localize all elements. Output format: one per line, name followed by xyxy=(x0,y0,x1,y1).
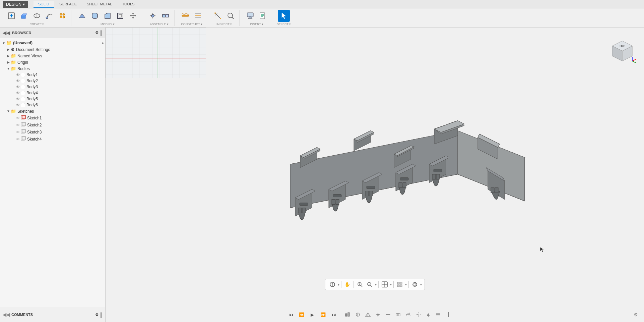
offset-plane-btn[interactable] xyxy=(179,10,191,22)
zoom-ext-btn[interactable] xyxy=(365,280,374,289)
select-label[interactable]: SELECT ▾ xyxy=(277,22,291,26)
zoom-btn[interactable] xyxy=(356,280,364,289)
tree-item-body2[interactable]: 👁 Body2 xyxy=(0,78,105,84)
display-mode-btn[interactable] xyxy=(380,280,389,289)
select-arrow: ▾ xyxy=(289,22,291,26)
tree-item-body3[interactable]: 👁 Body3 xyxy=(0,84,105,90)
inspect-label[interactable]: INSPECT ▾ xyxy=(216,22,232,26)
tree-item-root[interactable]: ▼ 📁 (Unsaved) ● xyxy=(0,40,105,46)
tree-item-sketches[interactable]: ▼ 📁 Sketches xyxy=(0,108,105,114)
orbit-arrow[interactable]: ▾ xyxy=(338,283,339,286)
create-label[interactable]: CREATE ▾ xyxy=(30,22,44,26)
svg-rect-135 xyxy=(397,285,399,287)
tl-cursor[interactable]: | xyxy=(444,310,453,319)
svg-marker-48 xyxy=(282,13,286,19)
insert-svg-btn[interactable] xyxy=(257,10,269,22)
sketch1-vis-icon: 👁 xyxy=(16,116,20,120)
grid-btn[interactable] xyxy=(395,280,404,289)
root-label: (Unsaved) xyxy=(13,41,102,45)
create-arrow: ▾ xyxy=(42,22,44,26)
construct-label[interactable]: CONSTRUCT ▾ xyxy=(181,22,202,26)
tl-btn7[interactable] xyxy=(404,310,412,319)
settings-gear-btn[interactable]: ⚙ xyxy=(634,312,638,317)
extrude-btn[interactable] xyxy=(18,10,30,22)
view-cube[interactable]: TOP xyxy=(607,34,634,61)
tl-btn10[interactable] xyxy=(434,310,443,319)
insert-mesh-btn[interactable] xyxy=(244,10,256,22)
skip-end-btn[interactable]: ⏭ xyxy=(329,310,338,319)
measure-btn[interactable] xyxy=(212,10,224,22)
play-btn[interactable]: ▶ xyxy=(308,310,317,319)
browser-title: BROWSER xyxy=(12,31,31,35)
shell-btn[interactable] xyxy=(114,10,126,22)
select-btn[interactable] xyxy=(278,10,290,22)
browser-collapse-btn[interactable]: ◀◀ xyxy=(3,30,10,36)
tree-item-body1[interactable]: 👁 Body1 xyxy=(0,72,105,78)
midplane-btn[interactable] xyxy=(192,10,204,22)
tl-btn4[interactable] xyxy=(374,310,382,319)
tab-sheet-metal[interactable]: SHEET METAL xyxy=(82,1,117,8)
modify-label[interactable]: MODIFY ▾ xyxy=(101,22,115,26)
fillet-btn[interactable] xyxy=(89,10,101,22)
tree-item-sketch2[interactable]: 👁 Sketch2 xyxy=(0,121,105,128)
tl-btn3[interactable] xyxy=(364,310,372,319)
tree-item-sketch4[interactable]: 👁 Sketch4 xyxy=(0,136,105,143)
step-forward-btn[interactable]: ⏩ xyxy=(319,310,327,319)
tab-solid[interactable]: SOLID xyxy=(34,1,54,8)
pattern-btn[interactable] xyxy=(56,10,68,22)
tree-item-sketch1[interactable]: 👁 Sketch1 xyxy=(0,114,105,121)
tab-surface[interactable]: SURFACE xyxy=(55,1,81,8)
assemble-label[interactable]: ASSEMBLE ▾ xyxy=(150,22,169,26)
new-sketch-btn[interactable] xyxy=(5,10,17,22)
press-pull-btn[interactable] xyxy=(76,10,88,22)
comments-resize-btn[interactable]: ‖ xyxy=(100,312,103,318)
revolve-btn[interactable] xyxy=(31,10,43,22)
svg-marker-12 xyxy=(79,14,85,18)
skip-start-btn[interactable]: ⏮ xyxy=(286,310,295,319)
joint-btn[interactable] xyxy=(147,10,159,22)
section-analysis-btn[interactable] xyxy=(224,10,237,22)
tree-item-origin[interactable]: ▶ 📁 Origin xyxy=(0,59,105,65)
viewport[interactable]: TOP ▾ ✋ xyxy=(106,28,644,307)
body2-vis-icon: 👁 xyxy=(16,79,20,83)
as-built-btn[interactable] xyxy=(159,10,172,22)
tree-item-doc-settings[interactable]: ▶ ⚙ Document Settings xyxy=(0,46,105,53)
zoom-arrow[interactable]: ▾ xyxy=(375,283,377,286)
sweep-btn[interactable] xyxy=(44,10,56,22)
tl-btn5[interactable] xyxy=(384,310,392,319)
tree-item-body5[interactable]: 👁 Body5 xyxy=(0,96,105,102)
sketch1-sketch-icon xyxy=(21,115,26,121)
tree-item-body4[interactable]: 👁 Body4 xyxy=(0,90,105,96)
browser-settings-btn[interactable]: ⚙ xyxy=(95,31,99,35)
tl-btn1[interactable] xyxy=(343,310,352,319)
design-dropdown[interactable]: DESIGN ▾ xyxy=(3,1,28,8)
step-back-btn[interactable]: ⏪ xyxy=(297,310,306,319)
inspect-buttons xyxy=(212,10,237,22)
tl-btn6[interactable] xyxy=(394,310,402,319)
view-options-arrow[interactable]: ▾ xyxy=(420,283,422,286)
inspect-label-text: INSPECT xyxy=(216,22,230,26)
view-options-btn[interactable] xyxy=(410,280,419,289)
tree-item-sketch3[interactable]: 👁 Sketch3 xyxy=(0,128,105,136)
move-btn[interactable] xyxy=(127,10,139,22)
sketch1-label: Sketch1 xyxy=(27,116,42,120)
tree-item-named-views[interactable]: ▶ 📁 Named Views xyxy=(0,53,105,59)
tl-btn8[interactable] xyxy=(414,310,423,319)
tl-btn9[interactable] xyxy=(424,310,433,319)
svg-rect-30 xyxy=(182,15,189,16)
insert-label[interactable]: INSERT ▾ xyxy=(250,22,263,26)
comments-settings-btn[interactable]: ⚙ xyxy=(95,313,99,317)
pan-btn[interactable]: ✋ xyxy=(343,280,352,289)
tree-item-body6[interactable]: 👁 Body6 xyxy=(0,102,105,108)
tab-tools[interactable]: TOOLS xyxy=(117,1,139,8)
display-arrow[interactable]: ▾ xyxy=(390,283,392,286)
browser-resize-btn[interactable]: ‖ xyxy=(100,30,103,36)
svg-point-152 xyxy=(386,314,388,315)
chamfer-btn[interactable] xyxy=(102,10,114,22)
tree-item-bodies[interactable]: ▼ 📁 Bodies xyxy=(0,65,105,72)
comments-collapse-btn[interactable]: ◀◀ xyxy=(3,312,10,317)
tl-btn2[interactable] xyxy=(353,310,362,319)
grid-arrow[interactable]: ▾ xyxy=(405,283,407,286)
svg-rect-140 xyxy=(345,314,347,316)
orbit-btn[interactable] xyxy=(328,280,337,289)
